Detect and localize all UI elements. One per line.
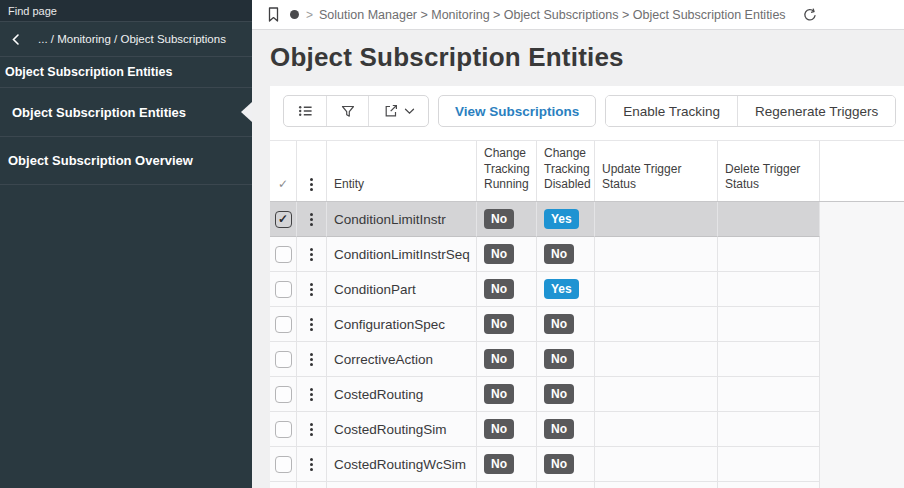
- update-trigger-status-cell: [595, 412, 718, 447]
- row-kebab-cell: [297, 377, 327, 412]
- enable-tracking-button[interactable]: Enable Tracking: [606, 96, 737, 126]
- sidebar-item-object-subscription-entities[interactable]: Object Subscription Entities: [0, 88, 252, 137]
- sidebar-item-object-subscription-overview[interactable]: Object Subscription Overview: [0, 137, 252, 185]
- column-header-entity[interactable]: Entity: [327, 141, 477, 201]
- row-filler: [820, 237, 904, 272]
- row-checkbox[interactable]: [275, 316, 292, 333]
- status-badge: No: [544, 419, 574, 439]
- bookmark-icon[interactable]: [262, 4, 284, 26]
- table-body: ✓ConditionLimitInstrNoYesConditionLimitI…: [270, 202, 904, 488]
- table-row[interactable]: CostedRoutingNoNo: [270, 377, 904, 412]
- content-panel: View Subscriptions Enable Tracking Regen…: [270, 86, 904, 488]
- row-filler: [820, 447, 904, 482]
- kebab-menu-icon[interactable]: [306, 384, 317, 405]
- kebab-menu-icon[interactable]: [306, 349, 317, 370]
- export-button[interactable]: [368, 96, 428, 126]
- table-row[interactable]: CostedRoutingSimNoNo: [270, 412, 904, 447]
- row-checkbox-cell: [270, 237, 297, 272]
- row-checkbox-cell: [270, 412, 297, 447]
- status-dot-icon: [290, 10, 299, 19]
- status-badge: No: [544, 454, 574, 474]
- table-row[interactable]: ConditionLimitInstrSeqNoNo: [270, 237, 904, 272]
- row-filler: [820, 342, 904, 377]
- table-row[interactable]: CorrectiveActionNoNo: [270, 342, 904, 377]
- page-title: Object Subscription Entities: [270, 41, 904, 73]
- table-row[interactable]: ConfigurationSpecNoNo: [270, 307, 904, 342]
- status-badge: No: [484, 384, 514, 404]
- status-badge: No: [544, 384, 574, 404]
- entities-table: ✓ Entity Change Tracking Running Change …: [270, 140, 904, 488]
- list-icon: [297, 103, 314, 119]
- tracking-button-group: Enable Tracking Regenerate Triggers: [605, 95, 896, 127]
- row-checkbox-cell: [270, 307, 297, 342]
- table-row[interactable]: ✓ConditionLimitInstrNoYes: [270, 202, 904, 237]
- select-all-header[interactable]: ✓: [270, 141, 297, 201]
- table-row[interactable]: ConditionPartNoYes: [270, 272, 904, 307]
- kebab-menu-icon[interactable]: [306, 279, 317, 300]
- column-header-delete-trigger-status[interactable]: Delete Trigger Status: [718, 141, 820, 201]
- row-checkbox[interactable]: [275, 281, 292, 298]
- change-tracking-disabled-cell: Yes: [537, 272, 595, 307]
- status-badge: No: [484, 314, 514, 334]
- change-tracking-disabled-cell: No: [537, 342, 595, 377]
- status-badge: No: [484, 279, 514, 299]
- column-list-button[interactable]: [284, 96, 326, 126]
- kebab-header: [297, 141, 327, 201]
- row-filler: [820, 377, 904, 412]
- filter-button[interactable]: [326, 96, 368, 126]
- status-badge: No: [544, 244, 574, 264]
- entity-cell: ConfigurationSpec: [327, 307, 477, 342]
- entity-cell: ConditionPart: [327, 272, 477, 307]
- column-header-change-tracking-running[interactable]: Change Tracking Running: [477, 141, 537, 201]
- export-icon: [383, 103, 399, 119]
- row-checkbox[interactable]: [275, 246, 292, 263]
- entity-cell: ConditionLimitInstr: [327, 202, 477, 237]
- update-trigger-status-cell: [595, 377, 718, 412]
- kebab-menu-icon[interactable]: [306, 244, 317, 265]
- regenerate-triggers-button[interactable]: Regenerate Triggers: [737, 96, 895, 126]
- kebab-menu-icon[interactable]: [306, 314, 317, 335]
- row-checkbox[interactable]: ✓: [275, 211, 292, 228]
- row-checkbox[interactable]: [275, 421, 292, 438]
- view-subscriptions-button[interactable]: View Subscriptions: [438, 95, 596, 127]
- column-header-update-trigger-status[interactable]: Update Trigger Status: [595, 141, 718, 201]
- partial-cell: [718, 482, 820, 488]
- sidebar-back-button[interactable]: ... / Monitoring / Object Subscriptions: [0, 22, 252, 57]
- delete-trigger-status-cell: [718, 307, 820, 342]
- find-page-search[interactable]: Find page: [0, 0, 252, 22]
- change-tracking-running-cell: No: [477, 342, 537, 377]
- status-badge: No: [544, 314, 574, 334]
- row-kebab-cell: [297, 412, 327, 447]
- sidebar-section-title: Object Subscription Entities: [0, 57, 252, 88]
- change-tracking-running-cell: No: [477, 237, 537, 272]
- row-filler: [820, 272, 904, 307]
- delete-trigger-status-cell: [718, 377, 820, 412]
- update-trigger-status-cell: [595, 272, 718, 307]
- header-filler: [820, 141, 904, 201]
- kebab-menu-icon[interactable]: [306, 209, 317, 230]
- table-row[interactable]: CostedRoutingWcSimNoNo: [270, 447, 904, 482]
- entity-cell: CostedRoutingWcSim: [327, 447, 477, 482]
- change-tracking-running-cell: No: [477, 447, 537, 482]
- partial-cell: [537, 482, 595, 488]
- status-badge: No: [484, 244, 514, 264]
- column-header-change-tracking-disabled[interactable]: Change Tracking Disabled: [537, 141, 595, 201]
- status-badge: Yes: [544, 209, 579, 229]
- partial-cell: [595, 482, 718, 488]
- row-checkbox[interactable]: [275, 456, 292, 473]
- row-checkbox[interactable]: [275, 351, 292, 368]
- partial-cell: [820, 482, 904, 488]
- toolbar-actions: View Subscriptions Enable Tracking Regen…: [270, 86, 904, 140]
- kebab-menu-icon[interactable]: [306, 419, 317, 440]
- row-kebab-cell: [297, 202, 327, 237]
- change-tracking-disabled-cell: No: [537, 237, 595, 272]
- row-checkbox[interactable]: [275, 386, 292, 403]
- partial-cell: [270, 482, 297, 488]
- delete-trigger-status-cell: [718, 412, 820, 447]
- kebab-menu-icon[interactable]: [306, 454, 317, 475]
- breadcrumb[interactable]: Solution Manager > Monitoring > Object S…: [319, 8, 786, 22]
- entity-cell: CostedRouting: [327, 377, 477, 412]
- chevron-down-icon: [404, 108, 415, 115]
- refresh-icon[interactable]: [799, 4, 821, 26]
- delete-trigger-status-cell: [718, 237, 820, 272]
